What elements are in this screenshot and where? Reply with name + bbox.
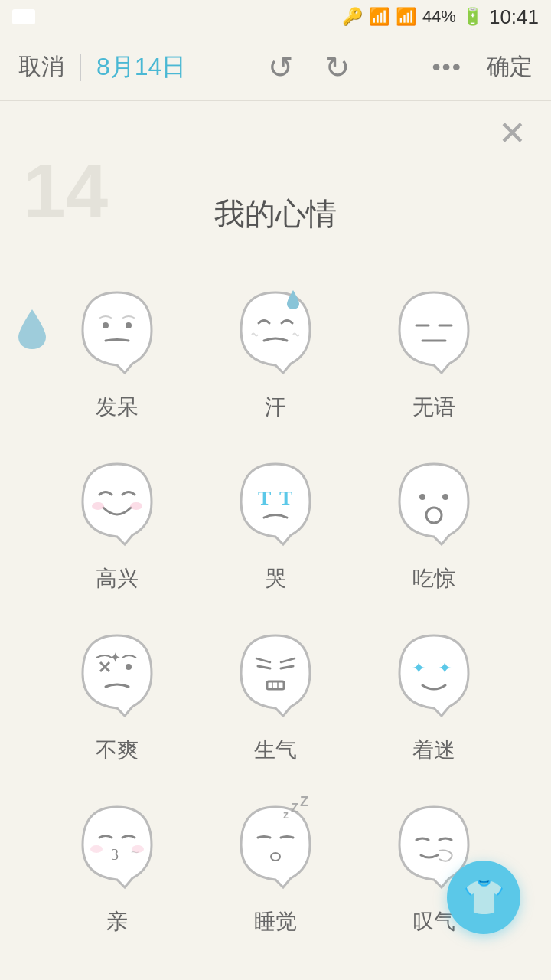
emoji-annoyed[interactable]: ✦ 不爽 <box>46 624 189 765</box>
emoji-cry[interactable]: T T 哭 <box>204 452 347 593</box>
battery-icon: 🔋 <box>462 7 483 27</box>
svg-text:Z: Z <box>291 802 298 815</box>
emoji-fascinated[interactable]: ✦ ✦ 着迷 <box>362 624 505 765</box>
status-icons: 🔑 📶 📶 44% 🔋 10:41 <box>342 5 539 29</box>
svg-point-0 <box>103 322 109 328</box>
emoji-shocked[interactable]: 吃惊 <box>362 452 505 593</box>
waterdrop-icon <box>15 308 49 351</box>
emoji-sleep-label: 睡觉 <box>254 907 297 936</box>
more-button[interactable]: ••• <box>432 53 462 81</box>
emoji-shocked-label: 吃惊 <box>412 564 455 593</box>
svg-text:Z: Z <box>300 795 308 809</box>
undo-button[interactable]: ↺ <box>268 50 294 85</box>
battery-level: 44% <box>422 7 456 27</box>
emoji-sweat[interactable]: 汗 <box>204 281 347 422</box>
emoji-daze-label: 发呆 <box>96 393 139 422</box>
status-bar: 🔑 📶 📶 44% 🔋 10:41 <box>0 0 551 34</box>
svg-point-5 <box>92 502 104 510</box>
emoji-happy-label: 高兴 <box>96 564 139 593</box>
svg-point-28 <box>132 845 144 853</box>
emoji-speechless[interactable]: 无语 <box>362 281 505 422</box>
svg-text:3: 3 <box>111 846 119 863</box>
emoji-kiss-label: 亲 <box>106 907 128 936</box>
nav-right-group: ••• 确定 <box>432 51 533 83</box>
svg-point-27 <box>90 845 103 853</box>
key-icon: 🔑 <box>342 7 363 27</box>
emoji-sigh-label: 叹气 <box>412 907 455 936</box>
status-square <box>12 9 35 24</box>
emoji-cry-label: 哭 <box>265 564 286 593</box>
time-display: 10:41 <box>489 5 539 29</box>
nav-divider <box>80 54 81 81</box>
nav-center-group: ↺ ↻ <box>268 50 350 85</box>
fab-button[interactable]: 👕 <box>447 861 520 934</box>
redo-button[interactable]: ↻ <box>324 50 350 85</box>
confirm-button[interactable]: 确定 <box>487 51 533 83</box>
svg-point-6 <box>130 502 142 510</box>
svg-point-9 <box>419 494 425 500</box>
emoji-daze[interactable]: 发呆 <box>46 281 189 422</box>
nav-left-group: 取消 8月14日 <box>18 51 186 84</box>
fab-tshirt-icon: 👕 <box>463 877 505 917</box>
emoji-kiss[interactable]: 3 ~ 亲 <box>46 795 189 936</box>
emoji-fascinated-label: 着迷 <box>412 736 455 765</box>
nav-date[interactable]: 8月14日 <box>96 51 186 84</box>
svg-text:✦: ✦ <box>438 658 452 678</box>
emoji-annoyed-label: 不爽 <box>96 736 139 765</box>
svg-point-14 <box>126 664 132 670</box>
svg-text:T: T <box>279 487 292 509</box>
svg-text:z: z <box>283 808 289 821</box>
emoji-angry-label: 生气 <box>254 736 297 765</box>
emoji-sweat-label: 汗 <box>265 393 286 422</box>
main-content: ✕ 14 我的心情 发呆 <box>0 101 551 980</box>
emoji-happy[interactable]: 高兴 <box>46 452 189 593</box>
svg-point-1 <box>126 322 132 328</box>
svg-point-10 <box>442 494 448 500</box>
emoji-sleep[interactable]: z Z Z 睡觉 <box>204 795 347 936</box>
close-button[interactable]: ✕ <box>498 116 527 150</box>
emoji-angry[interactable]: 生气 <box>204 624 347 765</box>
watermark-text: 14 <box>23 147 108 235</box>
emoji-grid: 发呆 汗 <box>0 281 551 936</box>
wifi-icon: 📶 <box>369 7 390 27</box>
top-navigation: 取消 8月14日 ↺ ↻ ••• 确定 <box>0 34 551 101</box>
svg-text:T: T <box>258 487 271 509</box>
signal-icon: 📶 <box>396 7 416 27</box>
cancel-button[interactable]: 取消 <box>18 51 80 83</box>
svg-text:✦: ✦ <box>412 658 425 678</box>
emoji-speechless-label: 无语 <box>412 393 455 422</box>
